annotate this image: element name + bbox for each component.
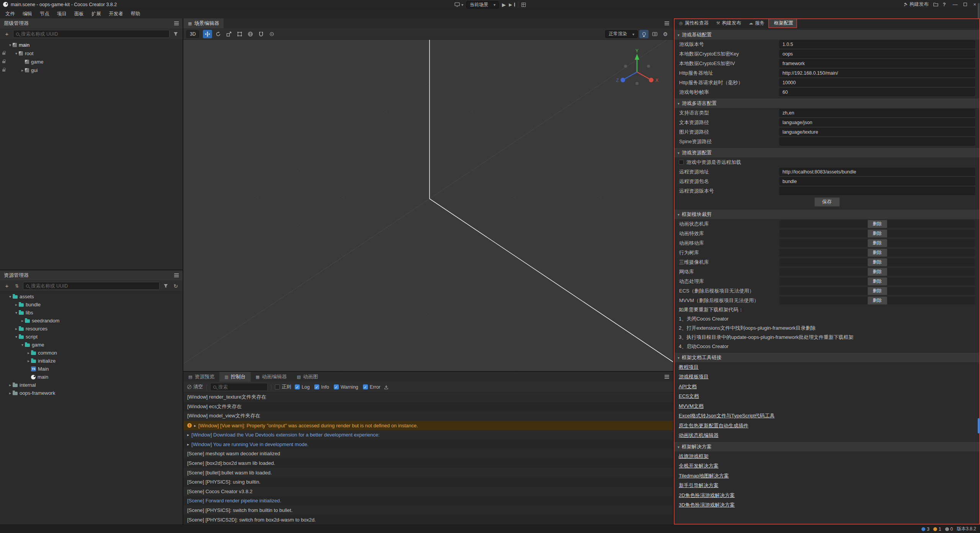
solution-link[interactable]: 新手引导解决方案 — [674, 481, 719, 491]
asset-item[interactable]: libs — [0, 309, 183, 317]
log-filter-checkbox[interactable]: Log — [295, 384, 310, 390]
config-input[interactable] — [779, 78, 975, 87]
doc-link[interactable]: Excel格式转Json文件与TypeScript代码工具 — [674, 411, 775, 421]
expand-arrow-icon[interactable] — [14, 335, 19, 339]
asset-item[interactable]: initialize — [0, 357, 183, 365]
section-header-docs[interactable]: 框架文档工具链接 — [674, 352, 980, 362]
inspector-scrollbar[interactable] — [978, 418, 980, 433]
scene-viewport[interactable]: Y X Z — [183, 40, 673, 371]
config-input[interactable] — [779, 88, 975, 96]
section-header-trim[interactable]: 框架模块裁剪 — [674, 209, 980, 219]
config-input[interactable] — [779, 40, 975, 48]
asset-item[interactable]: bundle — [0, 301, 183, 309]
console-tab[interactable]: 控制台 — [219, 372, 250, 382]
asset-item[interactable]: main — [0, 373, 183, 381]
expand-arrow-icon[interactable] — [14, 311, 19, 315]
asset-item[interactable]: seedrandom — [0, 317, 183, 325]
expand-arrow-icon[interactable] — [26, 351, 31, 355]
expand-arrow-icon[interactable] — [20, 68, 25, 72]
menu-item[interactable]: 编辑 — [19, 9, 36, 18]
scene-select[interactable]: 当前场景 — [466, 1, 499, 8]
log-row[interactable]: [Window] render_texture文件夹存在 — [183, 392, 673, 402]
config-input[interactable] — [779, 50, 975, 58]
menu-item[interactable]: 面板 — [70, 9, 88, 18]
log-row[interactable]: [Scene] Forward render pipeline initiali… — [183, 496, 673, 506]
mode-3d-button[interactable]: 3D — [186, 30, 199, 38]
config-input[interactable] — [779, 168, 975, 176]
section-header-i18n[interactable]: 游戏多语言配置 — [674, 98, 980, 108]
config-input[interactable] — [779, 177, 975, 185]
scene-settings-button[interactable]: ⚙ — [661, 30, 670, 38]
delete-module-button[interactable]: 删除 — [867, 268, 887, 276]
scene-camera-button[interactable] — [650, 30, 659, 38]
move-tool-button[interactable] — [203, 30, 212, 38]
doc-link[interactable]: 教程项目 — [674, 362, 699, 372]
hierarchy-node[interactable]: root — [0, 49, 183, 57]
asset-item[interactable]: resources — [0, 325, 183, 333]
config-input[interactable] — [779, 69, 975, 77]
maximize-button[interactable] — [964, 3, 967, 6]
expand-arrow-icon[interactable] — [20, 343, 25, 347]
help-button[interactable]: ? — [943, 1, 946, 8]
config-input[interactable] — [779, 118, 975, 126]
section-header-solutions[interactable]: 框架解决方案 — [674, 441, 980, 451]
solution-link[interactable]: 战旗游戏框架 — [674, 451, 709, 461]
filter-button[interactable] — [172, 30, 180, 38]
add-asset-button[interactable]: + — [3, 282, 11, 290]
save-button[interactable]: 保存 — [814, 197, 840, 207]
delete-module-button[interactable]: 删除 — [867, 258, 887, 266]
scale-tool-button[interactable] — [224, 30, 234, 38]
expand-arrow-icon[interactable] — [8, 391, 13, 395]
panel-menu-icon[interactable] — [174, 23, 179, 24]
solution-link[interactable]: 3D角色扮演游戏解决方案 — [674, 500, 735, 510]
config-input[interactable] — [779, 128, 975, 136]
hierarchy-node[interactable]: game — [0, 57, 183, 66]
log-row[interactable]: [Window] You are running Vue in developm… — [183, 440, 673, 449]
delete-module-button[interactable]: 删除 — [867, 249, 887, 257]
preview-folder-button[interactable] — [933, 1, 938, 8]
log-row[interactable]: [Window] model_view文件夹存在 — [183, 411, 673, 421]
inspector-tab[interactable]: 服务 — [745, 18, 768, 28]
snap-button[interactable] — [256, 30, 266, 38]
clear-console-button[interactable]: 清空 — [187, 384, 203, 390]
doc-link[interactable]: 动画状态机编辑器 — [674, 431, 719, 441]
warning-count-badge[interactable]: 1 — [933, 526, 941, 532]
asset-item[interactable]: internal — [0, 381, 183, 389]
expand-arrow-icon[interactable] — [14, 51, 19, 56]
expand-arrow-icon[interactable] — [8, 294, 13, 299]
doc-link[interactable]: 原生包热更新配置自动生成插件 — [674, 421, 748, 431]
expand-arrow-icon[interactable] — [26, 359, 31, 363]
section-header-resource[interactable]: 游戏资源配置 — [674, 147, 980, 157]
export-log-button[interactable] — [384, 385, 389, 389]
log-filter-checkbox[interactable]: Info — [314, 384, 329, 390]
log-row[interactable]: [Scene] [PHYSICS]: switch from builtin t… — [183, 505, 673, 515]
axis-gizmo[interactable]: Y X Z — [614, 48, 660, 94]
log-filter-checkbox[interactable]: Error — [363, 384, 381, 390]
console-search-input[interactable] — [218, 384, 265, 390]
sort-assets-button[interactable]: ⇅ — [13, 282, 21, 290]
delete-module-button[interactable]: 删除 — [867, 229, 887, 238]
hierarchy-search-input[interactable] — [21, 31, 167, 37]
inspector-tab[interactable]: 属性检查器 — [675, 18, 712, 28]
rect-tool-button[interactable] — [235, 30, 244, 38]
build-publish-button[interactable]: 构建发布 — [903, 1, 929, 8]
expand-arrow-icon[interactable] — [8, 383, 13, 387]
delete-module-button[interactable]: 删除 — [867, 287, 887, 295]
menu-item[interactable]: 扩展 — [88, 9, 105, 18]
asset-item[interactable]: assets — [0, 293, 183, 301]
delete-module-button[interactable]: 删除 — [867, 239, 887, 247]
asset-item[interactable]: common — [0, 349, 183, 357]
expand-arrow-icon[interactable] — [14, 302, 19, 307]
log-row[interactable]: [Scene] [box2d]:box2d wasm lib loaded. — [183, 458, 673, 468]
menu-item[interactable]: 文件 — [2, 9, 19, 18]
remote-load-checkbox[interactable] — [679, 160, 684, 165]
info-count-badge[interactable]: 3 — [921, 526, 929, 532]
scene-light-toggle[interactable] — [639, 30, 648, 38]
hierarchy-node[interactable]: main — [0, 41, 183, 49]
gizmo-space-button[interactable] — [246, 30, 255, 38]
log-expand-caret[interactable] — [194, 423, 196, 428]
lock-icon[interactable] — [2, 52, 5, 55]
log-row[interactable]: [Scene] [PHYSICS]: using builtin. — [183, 477, 673, 487]
step-button[interactable]: ▶ — [509, 1, 514, 8]
asset-item[interactable]: oops-framework — [0, 389, 183, 397]
